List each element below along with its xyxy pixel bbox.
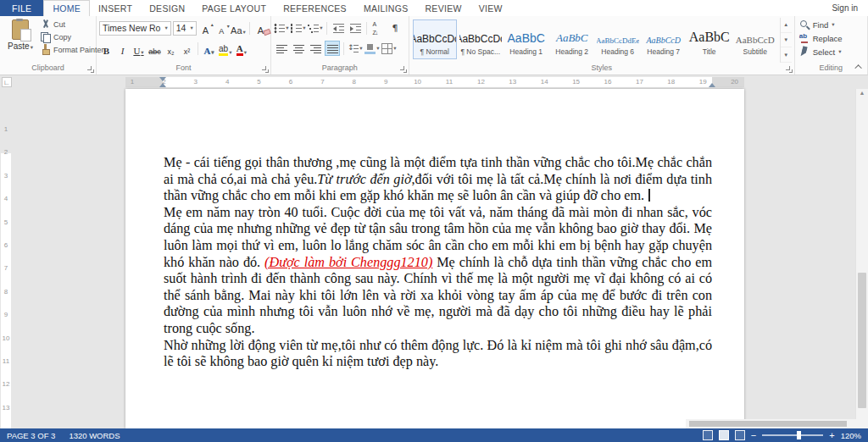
style-name: Heading 7 bbox=[643, 47, 685, 56]
font-color-button[interactable]: A▾ bbox=[234, 41, 248, 56]
clipboard-dialog-launcher[interactable] bbox=[87, 66, 94, 73]
hanging-indent-marker[interactable] bbox=[159, 83, 166, 87]
select-label: Select bbox=[813, 47, 835, 57]
tab-view[interactable]: VIEW bbox=[470, 0, 511, 16]
font-group-label: Font bbox=[97, 63, 270, 75]
style-heading-2[interactable]: AaBbCHeading 2 bbox=[550, 19, 594, 59]
tab-stop-selector[interactable]: ∟ bbox=[2, 77, 12, 87]
numbering-icon bbox=[291, 23, 302, 34]
cut-button[interactable]: Cut bbox=[40, 18, 93, 30]
shading-button[interactable]: ▾ bbox=[364, 41, 380, 56]
clipboard-group: Paste▾ Cut Copy Format Painter Clipboard bbox=[0, 16, 97, 75]
ruler-number: 5 bbox=[0, 218, 12, 226]
style-name: Title bbox=[688, 47, 731, 56]
style-preview: AaBbC bbox=[688, 20, 731, 45]
collapse-ribbon-button[interactable] bbox=[854, 62, 865, 72]
increase-indent-button[interactable] bbox=[348, 20, 363, 36]
font-family-combobox[interactable]: Times New Ro▾ bbox=[99, 21, 171, 36]
align-right-button[interactable] bbox=[308, 41, 323, 56]
sort-button[interactable] bbox=[370, 20, 386, 36]
font-family-value: Times New Ro bbox=[103, 23, 160, 33]
align-left-button[interactable] bbox=[274, 41, 289, 56]
tab-home[interactable]: HOME bbox=[43, 0, 90, 16]
select-button[interactable]: Select▾ bbox=[798, 45, 865, 58]
tab-insert[interactable]: INSERT bbox=[90, 0, 141, 16]
borders-button[interactable]: ▾ bbox=[381, 41, 397, 56]
divider bbox=[249, 22, 250, 35]
paragraph-dialog-launcher[interactable] bbox=[400, 66, 407, 73]
highlight-color-button[interactable]: ab▾ bbox=[218, 41, 232, 56]
bullets-button[interactable]: ▾ bbox=[274, 20, 289, 36]
format-painter-button[interactable]: Format Painter bbox=[40, 43, 93, 56]
styles-dialog-launcher[interactable] bbox=[786, 66, 793, 73]
read-mode-button[interactable] bbox=[703, 430, 713, 440]
zoom-slider[interactable] bbox=[762, 434, 823, 436]
find-button[interactable]: Find▾ bbox=[798, 18, 865, 31]
decrease-indent-button[interactable] bbox=[331, 20, 346, 36]
tab-mailings[interactable]: MAILINGS bbox=[355, 0, 417, 16]
bold-button[interactable]: B bbox=[99, 41, 114, 56]
ruler-number: 20 bbox=[731, 77, 738, 87]
strikethrough-button[interactable]: abc bbox=[147, 41, 162, 56]
gallery-expand-button[interactable]: ▼ bbox=[781, 47, 792, 63]
font-size-combobox[interactable]: 14▾ bbox=[173, 21, 197, 36]
tab-review[interactable]: REVIEW bbox=[416, 0, 470, 16]
tab-references[interactable]: REFERENCES bbox=[275, 0, 355, 16]
zoom-out-button[interactable]: − bbox=[751, 431, 756, 439]
divider bbox=[366, 22, 367, 35]
scroll-up-arrow-icon[interactable]: ▲ bbox=[856, 90, 868, 96]
tab-file[interactable]: FILE bbox=[0, 0, 43, 16]
document-text[interactable]: Mẹ - cái tiếng gọi thân thương ,mẹ cũng … bbox=[164, 89, 712, 371]
copy-button[interactable]: Copy bbox=[40, 30, 93, 43]
style-heading-6[interactable]: AaBbCcDdEeHeading 6 bbox=[596, 19, 640, 59]
sign-in-button[interactable]: Sign in bbox=[821, 0, 868, 16]
font-dialog-launcher[interactable] bbox=[262, 66, 269, 73]
web-layout-button[interactable] bbox=[735, 430, 745, 440]
tab-design[interactable]: DESIGN bbox=[141, 0, 193, 16]
vertical-ruler[interactable]: 12345678910111213 bbox=[0, 89, 12, 428]
gallery-scroll-up-button[interactable]: ▲ bbox=[781, 18, 792, 33]
horizontal-scrollbar[interactable] bbox=[686, 419, 855, 428]
page-indicator[interactable]: PAGE 3 OF 3 bbox=[7, 431, 55, 440]
shrink-font-button[interactable]: A bbox=[214, 20, 229, 36]
style-title[interactable]: AaBbCTitle bbox=[687, 19, 732, 59]
replace-label: Replace bbox=[813, 34, 843, 43]
line-spacing-button[interactable]: ▾ bbox=[348, 41, 363, 56]
align-center-button[interactable] bbox=[291, 41, 306, 56]
clear-formatting-button[interactable]: A bbox=[253, 20, 268, 36]
vertical-scrollbar-thumb[interactable] bbox=[858, 273, 866, 408]
change-case-button[interactable]: Aa▾ bbox=[231, 20, 246, 36]
gallery-scroll-down-button[interactable]: ▼ bbox=[781, 33, 792, 48]
multilevel-list-button[interactable]: ▾ bbox=[308, 20, 323, 36]
word-count[interactable]: 1320 WORDS bbox=[69, 431, 120, 440]
document-page[interactable]: Mẹ - cái tiếng gọi thân thương ,mẹ cũng … bbox=[125, 89, 744, 428]
first-line-indent-marker[interactable] bbox=[159, 77, 166, 81]
print-layout-button[interactable] bbox=[719, 430, 729, 440]
vertical-scrollbar[interactable]: ▲ bbox=[855, 89, 868, 428]
horizontal-scrollbar-thumb[interactable] bbox=[689, 421, 847, 427]
right-indent-marker[interactable] bbox=[709, 83, 715, 87]
style-subtitle[interactable]: AaBbCcDSubtitle bbox=[733, 19, 777, 59]
style-normal[interactable]: AaBbCcDc¶ Normal bbox=[413, 19, 457, 59]
italic-button[interactable]: I bbox=[115, 41, 130, 56]
style-heading-1[interactable]: AaBbCHeading 1 bbox=[504, 19, 548, 59]
subscript-button[interactable]: x₂ bbox=[164, 41, 178, 56]
style-heading-7[interactable]: AaBbCcDHeading 7 bbox=[642, 19, 686, 59]
grow-font-button[interactable]: A bbox=[198, 20, 213, 36]
text-effects-button[interactable]: A▾ bbox=[202, 41, 216, 56]
tab-page-layout[interactable]: PAGE LAYOUT bbox=[193, 0, 275, 16]
zoom-level[interactable]: 120% bbox=[841, 431, 861, 440]
zoom-in-button[interactable]: + bbox=[829, 431, 834, 439]
replace-button[interactable]: Replace bbox=[798, 31, 865, 45]
replace-icon bbox=[799, 33, 810, 44]
justify-button[interactable] bbox=[325, 41, 340, 56]
style-no-spac[interactable]: AaBbCcDc¶ No Spac... bbox=[459, 19, 503, 59]
zoom-slider-thumb[interactable] bbox=[797, 431, 801, 439]
superscript-button[interactable]: x² bbox=[180, 41, 194, 56]
chevron-down-icon: ▾ bbox=[31, 44, 33, 50]
numbering-button[interactable]: ▾ bbox=[291, 20, 306, 36]
underline-button[interactable]: U▾ bbox=[131, 41, 146, 56]
paste-button[interactable]: Paste▾ bbox=[3, 18, 38, 51]
horizontal-ruler[interactable]: 1234567891011121314151617181920 bbox=[125, 77, 744, 87]
show-formatting-marks-button[interactable]: ¶ bbox=[387, 20, 403, 36]
